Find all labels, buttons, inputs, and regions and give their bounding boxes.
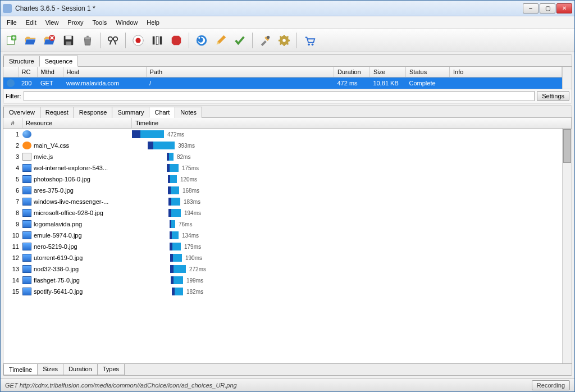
requests-scrollbar[interactable] [562, 67, 572, 89]
tab-response[interactable]: Response [74, 107, 113, 118]
trash-icon[interactable] [79, 32, 96, 49]
chart-row[interactable]: 6 ares-375-0.jpg 168ms [3, 185, 562, 196]
duration-label: 76ms [179, 221, 192, 227]
duration-label: 82ms [177, 154, 190, 160]
cell-size: 10,81 KB [370, 78, 406, 89]
img-icon [22, 209, 31, 217]
chart-row[interactable]: 14 flashget-75-0.jpg 199ms [3, 275, 562, 286]
new-session-icon[interactable] [3, 32, 20, 49]
chart-row[interactable]: 5 photoshop-106-0.jpg 120ms [3, 174, 562, 185]
col-status[interactable]: Status [406, 67, 450, 78]
chart-row[interactable]: 9 logomalavida.png 76ms [3, 218, 562, 230]
tab-structure[interactable]: Structure [3, 56, 40, 67]
duration-label: 120ms [180, 176, 197, 183]
filter-input[interactable] [24, 91, 535, 101]
tab-types[interactable]: Types [97, 364, 125, 375]
chart-row[interactable]: 10 emule-5974-0.jpg 134ms [3, 230, 562, 241]
row-num: 8 [3, 209, 22, 216]
globe-icon [7, 79, 15, 87]
detail-tabs: Overview Request Response Summary Chart … [3, 106, 572, 118]
svg-rect-4 [66, 35, 72, 39]
tools-icon[interactable] [257, 32, 273, 49]
img-icon [22, 164, 31, 172]
record-icon[interactable] [130, 32, 147, 49]
edit-icon[interactable] [212, 32, 229, 49]
chart-row[interactable]: 3 mvie.js 82ms [3, 151, 562, 162]
request-row[interactable]: 200 GET www.malavida.com / 472 ms 10,81 … [3, 78, 562, 89]
open-icon[interactable] [22, 32, 39, 49]
chart-rows[interactable]: 1 472ms 2 main_V4.css 393ms 3 mvie.js 82… [3, 129, 562, 363]
timeline-cell: 120ms [132, 175, 562, 184]
chart-row[interactable]: 15 spotify-5641-0.jpg 182ms [3, 286, 562, 297]
chart-row[interactable]: 11 nero-5219-0.jpg 179ms [3, 241, 562, 252]
tab-sequence[interactable]: Sequence [39, 56, 79, 67]
refresh-icon[interactable] [193, 32, 210, 49]
row-num: 4 [3, 165, 22, 171]
timeline-cell: 168ms [132, 186, 562, 195]
titlebar[interactable]: Charles 3.6.5 - Session 1 * – ▢ ✕ [1, 1, 574, 16]
stop-icon[interactable] [168, 32, 185, 49]
chart-row[interactable]: 8 microsoft-office-928-0.jpg 194ms [3, 207, 562, 218]
row-num: 2 [3, 142, 22, 149]
timeline-cell: 179ms [132, 242, 562, 251]
col-size[interactable]: Size [370, 67, 406, 78]
col-duration[interactable]: Duration [334, 67, 370, 78]
recording-indicator[interactable]: Recording [532, 380, 570, 390]
svg-point-11 [135, 38, 140, 43]
chart-scrollbar[interactable] [562, 129, 572, 363]
timeline-cell: 190ms [132, 253, 562, 262]
close-button[interactable]: ✕ [556, 3, 572, 13]
throttle-icon[interactable] [149, 32, 166, 49]
chart-row[interactable]: 13 nod32-338-0.jpg 272ms [3, 263, 562, 275]
chart-row[interactable]: 1 472ms [3, 129, 562, 140]
find-icon[interactable] [104, 32, 121, 49]
col-host[interactable]: Host [63, 67, 146, 78]
tab-duration[interactable]: Duration [63, 364, 98, 375]
menu-proxy[interactable]: Proxy [63, 18, 87, 27]
save-icon[interactable] [60, 32, 77, 49]
timeline-cell: 76ms [132, 220, 562, 229]
chart-row[interactable]: 4 wot-internet-explorer-543... 175ms [3, 162, 562, 174]
menu-edit[interactable]: Edit [22, 18, 40, 27]
maximize-button[interactable]: ▢ [540, 3, 555, 13]
tab-timeline[interactable]: Timeline [3, 364, 38, 375]
menu-view[interactable]: View [42, 18, 63, 27]
row-num: 3 [3, 153, 22, 160]
tab-request[interactable]: Request [40, 107, 74, 118]
chart-row[interactable]: 12 utorrent-619-0.jpg 190ms [3, 252, 562, 263]
chart-row[interactable]: 7 windows-live-messenger-... 183ms [3, 196, 562, 207]
tab-sizes[interactable]: Sizes [37, 364, 63, 375]
col-info[interactable]: Info [450, 67, 562, 78]
col-num[interactable]: # [3, 118, 22, 128]
cart-icon[interactable] [301, 32, 318, 49]
delete-icon[interactable] [41, 32, 58, 49]
img-icon [22, 175, 31, 183]
col-method[interactable]: Mthd [37, 67, 63, 78]
settings-gear-icon[interactable] [276, 32, 293, 49]
menu-help[interactable]: Help [143, 18, 163, 27]
img-icon [22, 198, 31, 206]
col-resource[interactable]: Resource [22, 118, 132, 128]
col-path[interactable]: Path [146, 67, 334, 78]
col-rc[interactable]: RC [18, 67, 37, 78]
validate-icon[interactable] [231, 32, 248, 49]
tab-chart[interactable]: Chart [149, 107, 175, 118]
svg-point-9 [113, 37, 117, 40]
col-icon[interactable] [3, 67, 18, 78]
duration-label: 134ms [182, 233, 199, 239]
settings-button[interactable]: Settings [537, 91, 569, 101]
minimize-button[interactable]: – [523, 3, 539, 13]
tab-summary[interactable]: Summary [112, 107, 149, 118]
chart-row[interactable]: 2 main_V4.css 393ms [3, 140, 562, 151]
resource-name: wot-internet-explorer-543... [34, 165, 132, 171]
timeline-cell: 182ms [132, 287, 562, 296]
svg-rect-7 [86, 35, 89, 37]
menu-tools[interactable]: Tools [88, 18, 111, 27]
detail-panel: Overview Request Response Summary Chart … [3, 106, 572, 376]
menu-window[interactable]: Window [112, 18, 142, 27]
menu-file[interactable]: File [3, 18, 21, 27]
request-table: RC Mthd Host Path Duration Size Status I… [3, 67, 562, 89]
tab-overview[interactable]: Overview [3, 107, 40, 118]
tab-notes[interactable]: Notes [175, 107, 202, 118]
col-timeline[interactable]: Timeline [132, 118, 572, 128]
